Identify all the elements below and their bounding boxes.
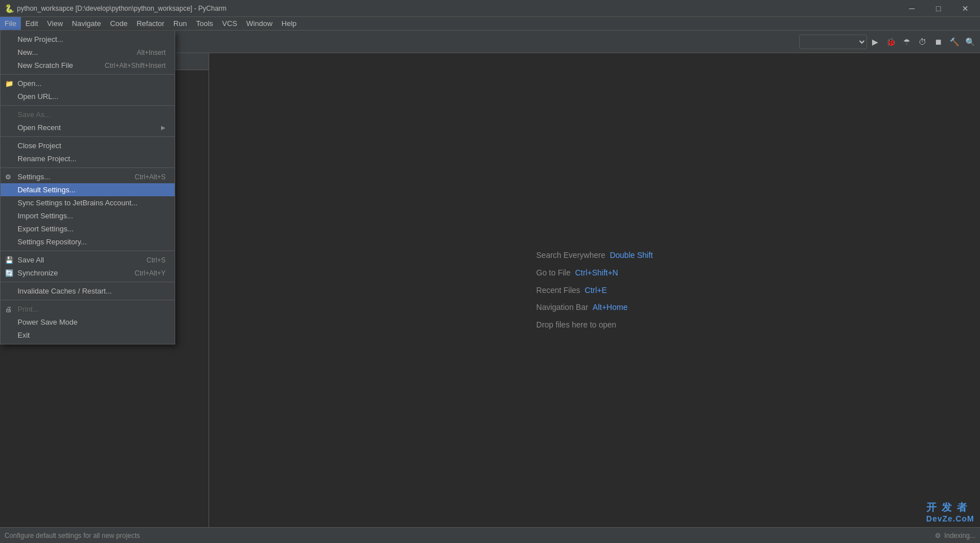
menu-export-settings[interactable]: Export Settings... xyxy=(1,222,175,235)
menu-tools[interactable]: Tools xyxy=(192,17,218,30)
welcome-row-search: Search Everywhere Double Shift xyxy=(536,247,653,264)
sync-settings-label: Sync Settings to JetBrains Account... xyxy=(18,199,137,207)
menu-invalidate-caches[interactable]: Invalidate Caches / Restart... xyxy=(1,285,175,298)
profile-button[interactable]: ⏱ xyxy=(914,34,930,50)
save-all-icon: 💾 xyxy=(5,256,14,264)
menu-new[interactable]: New... Alt+Insert xyxy=(1,46,175,59)
editor-area: Search Everywhere Double Shift Go to Fil… xyxy=(209,53,980,527)
invalidate-caches-label: Invalidate Caches / Restart... xyxy=(18,287,112,295)
menu-new-scratch[interactable]: New Scratch File Ctrl+Alt+Shift+Insert xyxy=(1,59,175,72)
separator-3 xyxy=(1,136,175,137)
minimize-button[interactable]: ─ xyxy=(899,1,925,16)
sync-icon: 🔄 xyxy=(5,269,14,277)
app-icon: 🐍 xyxy=(5,4,14,13)
menu-open-url[interactable]: Open URL... xyxy=(1,90,175,103)
navbar-shortcut: Alt+Home xyxy=(593,299,628,316)
close-project-label: Close Project xyxy=(18,141,61,150)
indexing-status: ⚙ Indexing... xyxy=(935,532,975,540)
open-url-label: Open URL... xyxy=(18,92,58,101)
menu-edit[interactable]: Edit xyxy=(21,17,42,30)
build-button[interactable]: 🔨 xyxy=(946,34,962,50)
run-button[interactable]: ▶ xyxy=(867,34,883,50)
open-icon: 📁 xyxy=(5,80,14,88)
title-bar: 🐍 python_worksapce [D:\develop\python\py… xyxy=(0,0,980,17)
welcome-content: Search Everywhere Double Shift Go to Fil… xyxy=(536,247,653,334)
watermark-line2: DevZe.CoM xyxy=(926,514,974,523)
save-all-shortcut: Ctrl+S xyxy=(146,256,166,264)
close-button[interactable]: ✕ xyxy=(952,1,978,16)
menu-code[interactable]: Code xyxy=(106,17,132,30)
menu-default-settings[interactable]: Default Settings... xyxy=(1,183,175,196)
debug-button[interactable]: 🐞 xyxy=(883,34,899,50)
goto-file-label: Go to File xyxy=(536,264,571,282)
menu-open[interactable]: 📁 Open... xyxy=(1,77,175,90)
search-everywhere-label: Search Everywhere xyxy=(536,247,605,264)
menu-file[interactable]: File xyxy=(0,17,21,30)
status-left: Configure default settings for all new p… xyxy=(5,532,140,540)
menu-rename-project[interactable]: Rename Project... xyxy=(1,152,175,165)
menu-open-recent[interactable]: Open Recent ▶ xyxy=(1,121,175,134)
indexing-text: Indexing... xyxy=(944,532,975,540)
menu-new-project[interactable]: New Project... xyxy=(1,33,175,46)
welcome-row-goto: Go to File Ctrl+Shift+N xyxy=(536,264,653,282)
settings-icon: ⚙ xyxy=(5,173,11,181)
menu-settings[interactable]: ⚙ Settings... Ctrl+Alt+S xyxy=(1,170,175,183)
menu-power-save[interactable]: Power Save Mode xyxy=(1,316,175,329)
new-scratch-shortcut: Ctrl+Alt+Shift+Insert xyxy=(105,62,166,70)
menu-import-settings[interactable]: Import Settings... xyxy=(1,209,175,222)
welcome-row-drop: Drop files here to open xyxy=(536,316,653,334)
settings-repo-label: Settings Repository... xyxy=(18,238,87,246)
open-recent-label: Open Recent xyxy=(18,123,61,132)
search-everywhere-button[interactable]: 🔍 xyxy=(962,34,978,50)
recent-files-label: Recent Files xyxy=(536,282,580,299)
save-all-label: Save All xyxy=(18,256,44,264)
separator-2 xyxy=(1,105,175,106)
rename-project-label: Rename Project... xyxy=(18,154,76,163)
coverage-button[interactable]: ☂ xyxy=(899,34,914,50)
drop-files-label: Drop files here to open xyxy=(536,316,617,334)
menu-refactor[interactable]: Refactor xyxy=(132,17,169,30)
separator-5 xyxy=(1,251,175,251)
menu-vcs[interactable]: VCS xyxy=(218,17,242,30)
print-icon: 🖨 xyxy=(5,305,12,313)
import-settings-label: Import Settings... xyxy=(18,212,73,220)
status-bar: Configure default settings for all new p… xyxy=(0,527,980,543)
navbar-label: Navigation Bar xyxy=(536,299,588,316)
menu-help[interactable]: Help xyxy=(277,17,301,30)
recent-files-shortcut: Ctrl+E xyxy=(585,282,607,299)
separator-6 xyxy=(1,282,175,282)
menu-settings-repo[interactable]: Settings Repository... xyxy=(1,235,175,248)
menu-window[interactable]: Window xyxy=(242,17,277,30)
default-settings-label: Default Settings... xyxy=(18,186,76,194)
search-everywhere-shortcut: Double Shift xyxy=(610,247,653,264)
menu-sync-settings[interactable]: Sync Settings to JetBrains Account... xyxy=(1,196,175,209)
settings-shortcut: Ctrl+Alt+S xyxy=(135,173,166,181)
exit-label: Exit xyxy=(18,331,30,339)
title-bar-controls: ─ □ ✕ xyxy=(899,1,978,16)
watermark: 开 发 者 DevZe.CoM xyxy=(926,501,974,523)
file-dropdown: New Project... New... Alt+Insert New Scr… xyxy=(0,31,175,344)
sync-shortcut: Ctrl+Alt+Y xyxy=(135,269,166,277)
goto-file-shortcut: Ctrl+Shift+N xyxy=(575,264,618,282)
menu-run[interactable]: Run xyxy=(169,17,192,30)
new-project-label: New Project... xyxy=(18,35,63,44)
maximize-button[interactable]: □ xyxy=(926,1,951,16)
welcome-row-navbar: Navigation Bar Alt+Home xyxy=(536,299,653,316)
stop-button[interactable]: ⏹ xyxy=(930,34,946,50)
menu-close-project[interactable]: Close Project xyxy=(1,139,175,152)
print-label: Print... xyxy=(18,305,39,313)
menu-navigate[interactable]: Navigate xyxy=(67,17,105,30)
save-as-label: Save As... xyxy=(18,110,51,119)
menu-save-all[interactable]: 💾 Save All Ctrl+S xyxy=(1,253,175,266)
menu-view[interactable]: View xyxy=(42,17,67,30)
menu-synchronize[interactable]: 🔄 Synchronize Ctrl+Alt+Y xyxy=(1,266,175,279)
run-config-dropdown[interactable] xyxy=(799,35,867,49)
new-label: New... xyxy=(18,48,38,57)
open-recent-arrow: ▶ xyxy=(161,124,166,131)
open-label: Open... xyxy=(18,79,42,88)
settings-label: Settings... xyxy=(18,173,50,181)
menu-exit[interactable]: Exit xyxy=(1,329,175,342)
new-shortcut: Alt+Insert xyxy=(137,49,166,57)
separator-1 xyxy=(1,74,175,75)
menu-save-as: Save As... xyxy=(1,108,175,121)
